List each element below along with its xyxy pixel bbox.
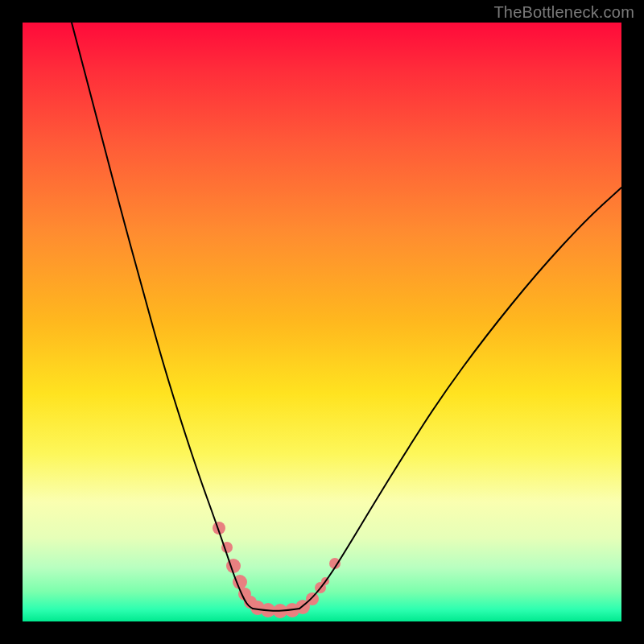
left-curve	[72, 23, 253, 609]
outer-frame: TheBottleneck.com	[0, 0, 644, 644]
watermark-text: TheBottleneck.com	[493, 3, 634, 22]
chart-svg	[23, 23, 621, 621]
right-curve	[299, 188, 621, 609]
data-marker	[306, 592, 319, 605]
plot-area	[23, 23, 621, 621]
